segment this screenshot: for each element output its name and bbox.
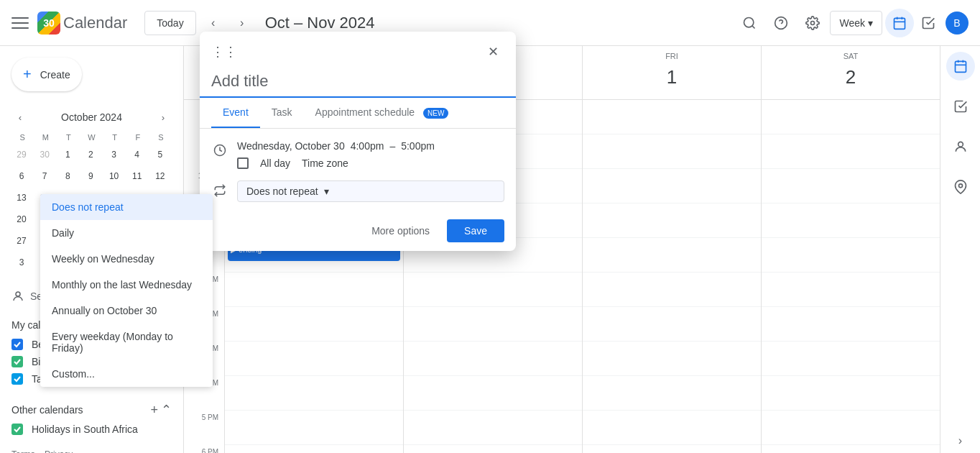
mini-cal-day[interactable]: 21 bbox=[34, 209, 55, 229]
mini-cal-day[interactable]: 11 bbox=[127, 166, 147, 186]
next-arrow[interactable]: › bbox=[231, 12, 254, 35]
mini-cal-day[interactable]: 2 bbox=[150, 231, 170, 251]
mini-cal-day[interactable]: 5 bbox=[150, 145, 170, 165]
calendar-checkbox-birthdays[interactable] bbox=[11, 356, 23, 367]
calendar-view-button[interactable] bbox=[885, 9, 914, 37]
event-title-input[interactable] bbox=[200, 63, 516, 98]
more-options-button[interactable]: More options bbox=[360, 219, 441, 242]
mini-cal-day[interactable]: 9 bbox=[150, 252, 170, 273]
prev-arrow[interactable]: ‹ bbox=[202, 12, 225, 35]
mini-cal-day[interactable]: 24 bbox=[104, 209, 124, 229]
mini-cal-day[interactable]: 9 bbox=[80, 166, 101, 186]
mini-cal-day[interactable]: 20 bbox=[11, 209, 32, 229]
create-button[interactable]: + Create bbox=[11, 58, 82, 91]
day-col-events-fri[interactable] bbox=[582, 100, 761, 453]
my-calendars-header[interactable]: My calendars ⌃ bbox=[0, 314, 183, 336]
calendar-item-tasks[interactable]: Tasks bbox=[0, 370, 183, 388]
mini-cal-day[interactable]: 6 bbox=[11, 166, 32, 186]
mini-cal-day[interactable]: 2 bbox=[80, 145, 101, 165]
mini-cal-day[interactable]: 16 bbox=[80, 188, 101, 208]
mini-cal-day[interactable]: 19 bbox=[150, 188, 170, 208]
mini-cal-day[interactable]: 12 bbox=[150, 166, 170, 186]
search-people[interactable]: Search for people bbox=[0, 284, 183, 308]
mini-cal-day[interactable]: 27 bbox=[11, 231, 32, 251]
other-calendars-header[interactable]: Other calendars + ⌃ bbox=[0, 399, 183, 421]
hour-line bbox=[762, 376, 940, 411]
mini-cal-day[interactable]: 5 bbox=[57, 252, 78, 273]
calendar-checkbox-holidays[interactable] bbox=[11, 424, 23, 435]
right-sidebar-expand[interactable]: › bbox=[958, 434, 962, 453]
mini-cal-day[interactable]: 31 bbox=[104, 231, 124, 251]
event-time-start[interactable]: 4:00pm bbox=[351, 140, 384, 152]
right-sidebar-contacts-icon[interactable] bbox=[946, 132, 975, 161]
modal-close-button[interactable]: ✕ bbox=[481, 40, 504, 63]
save-button[interactable]: Save bbox=[447, 219, 504, 242]
timezone-link[interactable]: Time zone bbox=[302, 157, 348, 169]
tasks-view-button[interactable] bbox=[914, 9, 943, 37]
hour-line bbox=[583, 273, 761, 307]
calendar-item-holidays[interactable]: Holidays in South Africa bbox=[0, 421, 183, 438]
mini-cal-day[interactable]: 28 bbox=[34, 231, 55, 251]
mini-cal-prev[interactable]: ‹ bbox=[11, 109, 29, 126]
day-num-2[interactable]: 2 bbox=[834, 60, 867, 93]
day-header-t2: T bbox=[104, 132, 126, 143]
right-sidebar-tasks-icon[interactable] bbox=[946, 92, 975, 121]
day-col-events-sat[interactable] bbox=[761, 100, 940, 453]
chevron-up-icon2: ⌃ bbox=[161, 402, 172, 418]
mini-cal-day[interactable]: 1 bbox=[57, 145, 78, 165]
tab-event[interactable]: Event bbox=[211, 98, 260, 128]
day-num-1[interactable]: 1 bbox=[655, 60, 688, 93]
mini-cal-day[interactable]: 29 bbox=[57, 231, 78, 251]
calendar-checkbox-tasks[interactable] bbox=[11, 373, 23, 385]
tab-task-label: Task bbox=[272, 106, 292, 118]
view-week-dropdown[interactable]: Week ▾ bbox=[830, 11, 882, 35]
mini-cal-day[interactable]: 8 bbox=[127, 252, 147, 273]
add-calendar-icon[interactable]: + bbox=[150, 403, 158, 418]
mini-cal-day[interactable]: 18 bbox=[127, 188, 147, 208]
mini-cal-day[interactable]: 10 bbox=[104, 166, 124, 186]
calendar-checkbox-bea[interactable] bbox=[11, 339, 23, 350]
settings-button[interactable] bbox=[798, 9, 827, 37]
mini-cal-day[interactable]: 8 bbox=[57, 166, 78, 186]
mini-cal-day[interactable]: 13 bbox=[11, 188, 32, 208]
mini-cal-day[interactable]: 3 bbox=[11, 252, 32, 273]
mini-cal-day[interactable]: 6 bbox=[80, 252, 101, 273]
calendar-item-bea[interactable]: Bea Simona bbox=[0, 336, 183, 353]
repeat-label: Does not repeat bbox=[246, 186, 318, 197]
today-button[interactable]: Today bbox=[144, 11, 195, 35]
day-header-m: M bbox=[34, 132, 56, 143]
mini-cal-day[interactable]: 7 bbox=[104, 252, 124, 273]
mini-cal-day[interactable]: 4 bbox=[127, 145, 147, 165]
mini-cal-day[interactable]: 4 bbox=[34, 252, 55, 273]
mini-cal-day[interactable]: 3 bbox=[104, 145, 124, 165]
tab-task[interactable]: Task bbox=[260, 98, 304, 128]
help-button[interactable] bbox=[767, 9, 795, 37]
mini-cal-day[interactable]: 30 bbox=[34, 145, 55, 165]
mini-cal-next[interactable]: › bbox=[154, 109, 172, 126]
search-button[interactable] bbox=[735, 9, 764, 37]
event-date[interactable]: Wednesday, October 30 bbox=[237, 140, 345, 152]
day-header-s2: S bbox=[150, 132, 172, 143]
repeat-dropdown[interactable]: Does not repeat ▾ bbox=[237, 180, 504, 202]
mini-cal-day[interactable]: 22 bbox=[57, 209, 78, 229]
tab-appointment[interactable]: Appointment schedule NEW bbox=[304, 98, 461, 128]
mini-cal-day[interactable]: 14 bbox=[34, 188, 55, 208]
mini-cal-day[interactable]: 17 bbox=[104, 188, 124, 208]
mini-cal-day-today[interactable]: 30 bbox=[80, 231, 101, 251]
mini-cal-day[interactable]: 1 bbox=[127, 231, 147, 251]
calendar-label-birthdays: Birthdays bbox=[32, 356, 73, 367]
mini-cal-day[interactable]: 7 bbox=[34, 166, 55, 186]
mini-cal-day[interactable]: 29 bbox=[11, 145, 32, 165]
avatar[interactable]: B bbox=[946, 12, 969, 35]
mini-cal-day[interactable]: 25 bbox=[127, 209, 147, 229]
right-sidebar-maps-icon[interactable] bbox=[946, 173, 975, 201]
menu-icon[interactable] bbox=[11, 14, 29, 32]
event-time-end[interactable]: 5:00pm bbox=[401, 140, 435, 152]
mini-cal-day[interactable]: 26 bbox=[150, 209, 170, 229]
mini-cal-day[interactable]: 15 bbox=[57, 188, 78, 208]
svg-line-1 bbox=[752, 25, 755, 28]
allday-checkbox[interactable] bbox=[237, 157, 249, 169]
calendar-item-birthdays[interactable]: Birthdays bbox=[0, 353, 183, 370]
right-sidebar-calendar-icon[interactable] bbox=[946, 52, 975, 81]
mini-cal-day[interactable]: 23 bbox=[80, 209, 101, 229]
